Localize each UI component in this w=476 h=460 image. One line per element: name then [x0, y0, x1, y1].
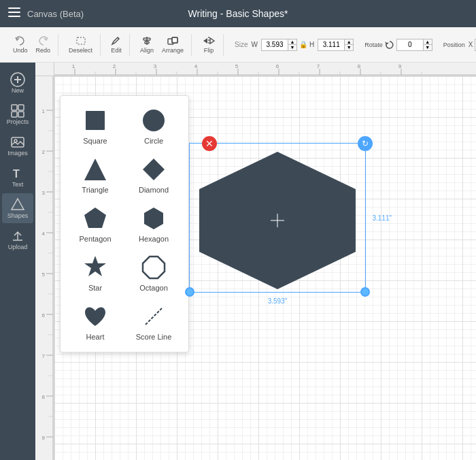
svg-rect-3 — [77, 37, 85, 44]
height-spin-down[interactable]: ▼ — [345, 45, 353, 50]
svg-marker-85 — [84, 208, 106, 228]
menu-icon[interactable] — [8, 7, 20, 20]
octagon-label: Octagon — [139, 284, 168, 292]
hexagon-label: Hexagon — [139, 235, 169, 243]
svg-line-89 — [146, 308, 162, 325]
svg-rect-19 — [12, 112, 17, 117]
height-spin-up[interactable]: ▲ — [345, 39, 353, 46]
edit-button[interactable]: Edit — [107, 34, 125, 56]
shape-item-heart[interactable]: Heart — [69, 300, 122, 344]
svg-marker-88 — [143, 257, 165, 278]
sidebar-item-text[interactable]: T Text — [2, 162, 33, 192]
svg-marker-24 — [12, 199, 24, 210]
shape-item-pentagon[interactable]: Pentagon — [69, 202, 122, 246]
arrange-button[interactable]: Arrange — [158, 34, 187, 56]
deselect-button[interactable]: Deselect — [65, 34, 96, 56]
svg-rect-9 — [172, 37, 177, 43]
handle-bottom-right[interactable] — [360, 287, 370, 297]
toolbar-history: Undo Redo — [5, 34, 58, 56]
width-input[interactable]: 3.593 — [262, 39, 288, 50]
scoreline-label: Score Line — [136, 333, 172, 341]
svg-text:1: 1 — [42, 108, 46, 114]
svg-text:2: 2 — [42, 149, 46, 155]
shape-item-circle[interactable]: Circle — [127, 104, 180, 148]
width-spin-up[interactable]: ▲ — [288, 39, 296, 46]
text-icon: T — [10, 166, 25, 181]
lock-icon[interactable]: 🔒 — [299, 41, 307, 48]
shape-item-square[interactable]: Square — [69, 104, 122, 148]
shapes-icon — [10, 197, 25, 212]
ruler-corner — [35, 63, 54, 76]
handle-bottom-left[interactable] — [185, 287, 194, 297]
star-label: Star — [88, 284, 102, 292]
grid-canvas[interactable]: Square Circle Triangle — [54, 76, 476, 460]
width-input-box: 3.593 ▲ ▼ — [261, 39, 297, 51]
rotate-input[interactable]: 0 — [397, 39, 423, 50]
upload-icon — [10, 229, 25, 244]
svg-rect-81 — [86, 111, 105, 130]
position-label: Position — [443, 42, 465, 48]
toolbar: Undo Redo Deselect Edit — [0, 27, 476, 63]
canvas-area[interactable]: 1 2 3 4 5 6 7 8 9 — [35, 63, 476, 460]
hexagon-shape[interactable] — [194, 148, 360, 293]
shape-item-star[interactable]: Star — [69, 251, 122, 295]
sidebar-upload-label: Upload — [8, 244, 28, 250]
main-area: New Projects Images T Text — [0, 63, 476, 460]
svg-rect-18 — [18, 105, 24, 110]
sidebar-item-shapes[interactable]: Shapes — [2, 193, 33, 223]
shape-item-diamond[interactable]: Diamond — [127, 153, 180, 197]
shape-item-scoreline[interactable]: Score Line — [127, 300, 180, 344]
sidebar-item-new[interactable]: New — [2, 68, 33, 98]
triangle-label: Triangle — [82, 186, 108, 194]
hexagon-small-preview — [140, 205, 167, 232]
heart-label: Heart — [86, 333, 105, 341]
svg-point-82 — [143, 110, 165, 131]
svg-rect-17 — [12, 105, 17, 110]
hexagon-selected[interactable]: ✕ ↻ 3.111" 3.593" — [189, 143, 366, 293]
svg-text:5: 5 — [42, 272, 46, 278]
sidebar-images-label: Images — [7, 150, 28, 157]
svg-text:3: 3 — [42, 190, 46, 196]
width-spin-down[interactable]: ▼ — [288, 45, 296, 50]
redo-button[interactable]: Redo — [33, 34, 54, 56]
triangle-preview — [82, 156, 109, 183]
rotate-spin-up[interactable]: ▲ — [424, 39, 432, 46]
images-icon — [10, 135, 25, 150]
svg-text:4: 4 — [42, 231, 46, 237]
rotate-spin-down[interactable]: ▼ — [424, 45, 432, 50]
svg-text:8: 8 — [358, 63, 361, 69]
shapes-panel: Square Circle Triangle — [60, 95, 189, 352]
size-label: Size — [235, 41, 248, 48]
ruler-v-svg: 1 2 3 4 5 6 7 8 9 — [35, 76, 54, 460]
shape-item-hexagon[interactable]: Hexagon — [127, 202, 180, 246]
svg-rect-2 — [8, 16, 20, 17]
sidebar-text-label: Text — [12, 181, 24, 188]
shape-item-octagon[interactable]: Octagon — [127, 251, 180, 295]
sidebar-item-upload[interactable]: Upload — [2, 225, 33, 254]
svg-text:6: 6 — [276, 63, 279, 69]
svg-text:8: 8 — [42, 394, 46, 400]
new-icon — [10, 72, 25, 87]
height-input[interactable]: 3.111 — [318, 39, 344, 50]
svg-marker-83 — [84, 159, 106, 180]
toolbar-deselect: Deselect — [61, 34, 101, 56]
sidebar-item-projects[interactable]: Projects — [2, 99, 33, 129]
toolbar-flip: Flip — [194, 34, 224, 56]
header: Canvas (Beta) Writing - Basic Shapes* — [0, 0, 476, 27]
svg-text:9: 9 — [42, 435, 46, 441]
circle-label: Circle — [144, 137, 163, 145]
svg-text:9: 9 — [398, 63, 402, 69]
flip-button[interactable]: Flip — [199, 34, 219, 56]
square-label: Square — [83, 137, 107, 145]
svg-text:4: 4 — [194, 63, 198, 69]
rotate-icon — [385, 40, 394, 50]
sidebar-item-images[interactable]: Images — [2, 131, 33, 161]
undo-button[interactable]: Undo — [10, 34, 31, 56]
svg-text:T: T — [13, 168, 20, 180]
align-button[interactable]: Align — [137, 34, 157, 56]
height-input-box: 3.111 ▲ ▼ — [318, 39, 354, 51]
shape-item-triangle[interactable]: Triangle — [69, 153, 122, 197]
diamond-label: Diamond — [139, 186, 169, 194]
size-group: Size W 3.593 ▲ ▼ 🔒 H 3.111 ▲ ▼ — [235, 39, 354, 51]
svg-marker-87 — [84, 256, 106, 276]
